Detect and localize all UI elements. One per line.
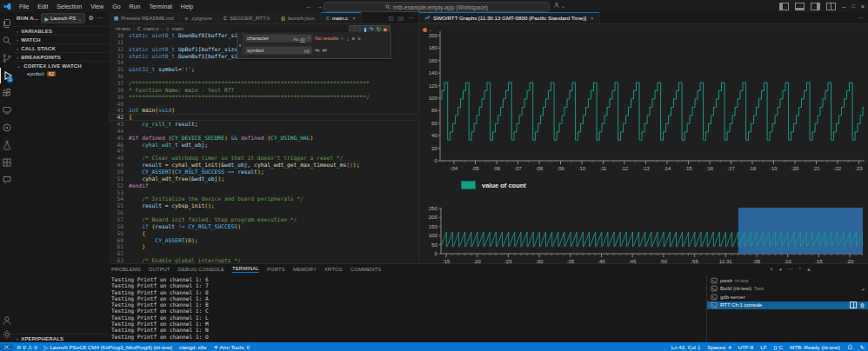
terminal-output[interactable]: Testing Printf on channel 1: 6 Testing P… [111, 276, 694, 341]
close-tab-icon[interactable]: × [352, 16, 356, 21]
panel-tab-xrtos[interactable]: XRTOS [324, 267, 343, 272]
sidebar-section-watch[interactable]: ›WATCH [13, 35, 109, 43]
tab-preview-readme-md[interactable]: ▤Preview README.md [109, 12, 180, 23]
mtb-status[interactable]: MTB: Ready (rtt-test) [786, 344, 844, 350]
command-center-search[interactable]: mtb-example-empty-app (Workspace) [324, 2, 550, 12]
close-find-icon[interactable]: × [357, 36, 361, 42]
tab-launch-json[interactable]: {}launch.json [276, 12, 321, 23]
panel-tab-output[interactable]: OUTPUT [149, 267, 170, 272]
refresh-button[interactable]: ↻ [857, 344, 868, 350]
prev-match-icon[interactable]: ↑ [341, 36, 344, 42]
close-panel-icon[interactable]: × [807, 267, 811, 273]
match-case-icon[interactable]: Aa [293, 36, 298, 42]
toggle-sidebar-icon[interactable] [779, 3, 789, 10]
activity-item-board-grid[interactable] [0, 155, 13, 170]
menu-edit[interactable]: Edit [33, 3, 52, 10]
activity-item-explorer[interactable] [0, 16, 13, 31]
replace-input[interactable]: symbol AB [244, 46, 312, 55]
cursor-position-status[interactable]: Ln 42, Col 1 [668, 344, 704, 350]
more-actions-icon[interactable]: ⋯ [97, 15, 103, 22]
menu-view[interactable]: View [86, 3, 108, 10]
pause-icon[interactable] [364, 28, 366, 32]
activity-item-remote-explorer[interactable] [0, 103, 13, 118]
live-watch-row[interactable]: symbol:62 [13, 70, 109, 77]
whole-word-icon[interactable]: ab [300, 36, 305, 42]
next-match-icon[interactable]: ↓ [346, 36, 349, 42]
arm-tools-status[interactable]: ✳ Arm Tools: 0 [210, 344, 252, 350]
terminal-list-item-gdb-server[interactable]: gdb-server [707, 293, 868, 301]
activity-item-source-control[interactable] [0, 50, 13, 66]
minimize-button[interactable]: – [842, 3, 845, 10]
activity-item-comments[interactable] [0, 172, 13, 188]
debug-target-status[interactable]: ▷ Launch PSoC6 CM4 (KitProg3_MiniProg4) … [41, 344, 176, 350]
layout-icon[interactable]: ▯▯ [397, 15, 404, 21]
new-terminal-icon[interactable]: ＋ [768, 265, 774, 274]
find-toggle-chevron[interactable]: ▾ [237, 32, 244, 58]
panel-tab-terminal[interactable]: TERMINAL [232, 266, 259, 273]
customize-layout-icon[interactable] [826, 3, 836, 10]
replace-all-icon[interactable]: ⇌ [322, 47, 326, 54]
maximize-panel-icon[interactable]: ⌃ [798, 267, 802, 272]
menu-run[interactable]: Run [125, 3, 145, 10]
live-line-chart[interactable]: 020406080100120140160180200:04:05:06:07:… [419, 24, 868, 189]
menu-file[interactable]: File [15, 3, 33, 10]
sidebar-section-variables[interactable]: ›VARIABLES [13, 26, 109, 35]
panel-tab-ports[interactable]: PORTS [267, 267, 285, 272]
encoding-status[interactable]: UTF-8 [735, 344, 758, 350]
terminal-list-item-build-rtt-test-[interactable]: Build (rtt-test)Task✓ [707, 285, 868, 294]
panel-tab-memory[interactable]: MEMORY [293, 267, 317, 272]
replace-icon[interactable]: ⇋ [315, 47, 319, 54]
panel-tab-problems[interactable]: PROBLEMS [111, 267, 141, 272]
tab-swo-rtt-graphs[interactable]: SWO/RTT Graphs [11:30:13 GMT-0800 (Pacif… [419, 12, 600, 23]
remote-indicator[interactable] [0, 344, 13, 350]
language-status[interactable]: {}C [770, 344, 786, 350]
toggle-secondary-sidebar-icon[interactable] [811, 3, 820, 10]
more-actions-icon[interactable]: ⋯ [858, 15, 864, 22]
tab-segger-rtt-h[interactable]: CSEGGER_RTT.h [218, 12, 276, 23]
launch-config-button[interactable]: ▶ Launch PS ⌄ [41, 13, 85, 23]
panel-tab-comments[interactable]: COMMENTS [351, 267, 381, 272]
menu-help[interactable]: Help [177, 3, 197, 10]
toggle-panel-icon[interactable] [795, 3, 805, 10]
code-editor[interactable]: 30static uint8_t DownBuf0[buffer_size];3… [109, 32, 418, 263]
overview-range-chart[interactable]: 050100150200250:15:20:25:30:35:40:45:50:… [419, 206, 868, 263]
activity-item-test-beaker[interactable] [0, 137, 13, 153]
close-tab-icon[interactable]: × [591, 16, 594, 21]
tab-main-c[interactable]: Cmain.c× [321, 12, 362, 23]
menu-go[interactable]: Go [108, 3, 124, 10]
eol-status[interactable]: LF [757, 344, 770, 350]
activity-item-run-and-debug[interactable]: 1 [0, 68, 14, 83]
split-editor-icon[interactable]: ◫ [389, 15, 394, 21]
gear-icon[interactable]: ⚙ [88, 15, 93, 22]
maximize-button[interactable]: □ [851, 3, 855, 9]
preserve-case-icon[interactable]: AB [304, 49, 310, 54]
panel-tab-debug-console[interactable]: DEBUG CONSOLE [178, 267, 224, 272]
indentation-status[interactable]: Spaces: 4 [704, 344, 735, 350]
tab--cyignore[interactable]: ≡.cyignore [180, 12, 218, 23]
find-in-selection-icon[interactable]: ≡ [352, 36, 356, 42]
trash-icon[interactable] [859, 302, 865, 308]
split-terminal-icon[interactable] [850, 301, 857, 308]
menu-terminal[interactable]: Terminal [144, 3, 176, 10]
activity-item-modustoolbox[interactable] [0, 120, 13, 136]
terminal-list-item-rtt-ch-1-console[interactable]: RTT Ch:1 console [707, 301, 868, 310]
clangd-status[interactable]: clangd: idle [176, 344, 210, 350]
sidebar-section-breakpoints[interactable]: ›BREAKPOINTS [13, 52, 109, 61]
problems-status[interactable]: ⊘0 ⚠0 [13, 344, 41, 350]
regex-icon[interactable]: .* [307, 36, 310, 42]
more-actions-icon[interactable]: ⋯ [787, 266, 793, 273]
sidebar-section-cortex-live-watch[interactable]: ⌄CORTEX LIVE WATCH [13, 61, 109, 70]
activity-item-settings[interactable] [0, 327, 13, 342]
menu-selection[interactable]: Selection [52, 3, 86, 10]
account-menu[interactable]: ⌄ [553, 2, 565, 9]
more-actions-icon[interactable]: ⋯ [408, 15, 414, 22]
close-button[interactable]: × [861, 3, 865, 10]
sidebar-section-call-stack[interactable]: ›CALL STACK [13, 43, 109, 52]
feedback-button[interactable] [844, 344, 857, 350]
terminal-dropdown-icon[interactable]: ▾ [779, 267, 782, 272]
find-input[interactable]: character Aa ab .* [244, 34, 312, 43]
activity-item-search[interactable] [0, 33, 13, 49]
sidebar-section-xperipherals[interactable]: › XPERIPHERALS [13, 334, 109, 342]
terminal-list-item-pwsh[interactable]: pwshrtt-test [707, 276, 868, 285]
activity-item-extensions[interactable] [0, 85, 13, 101]
